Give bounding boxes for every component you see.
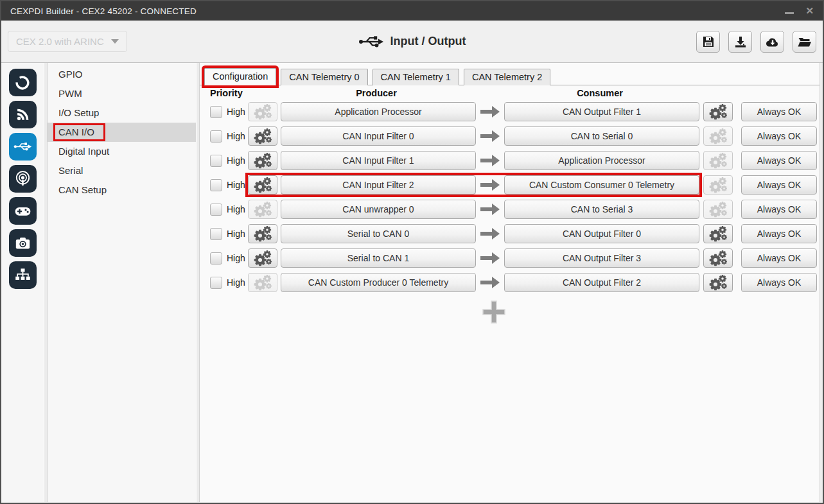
consumer-button[interactable]: CAN Custom Consumer 0 Telemetry <box>504 175 699 195</box>
device-profile-dropdown[interactable]: CEX 2.0 with ARINC <box>8 31 127 52</box>
main-panel: ConfigurationCAN Telemetry 0CAN Telemetr… <box>200 63 820 502</box>
titlebar: CEXPDI Builder - CEX2 45202 - CONNECTED … <box>1 1 823 21</box>
nav-item-pwm[interactable]: PWM <box>48 84 196 103</box>
nav-item-label: CAN Setup <box>58 184 107 195</box>
consumer-button[interactable]: CAN Output Filter 2 <box>504 273 699 292</box>
save-button[interactable] <box>696 31 720 53</box>
producer-settings-button[interactable] <box>248 151 277 170</box>
row-route-highlighted: CAN Input Filter 2CAN Custom Consumer 0 … <box>248 175 699 195</box>
gears-icon <box>708 176 728 194</box>
consumer-button[interactable]: CAN to Serial 3 <box>504 200 699 219</box>
consumer-button[interactable]: CAN Output Filter 1 <box>504 102 699 121</box>
producer-button[interactable]: Application Processor <box>281 102 476 121</box>
consumer-settings-button[interactable] <box>703 102 733 121</box>
producer-button[interactable]: CAN unwrapper 0 <box>281 200 476 219</box>
producer-settings-button[interactable] <box>248 224 277 243</box>
gears-icon <box>253 249 272 267</box>
producer-settings-button[interactable] <box>248 126 277 146</box>
rail-button-rss[interactable] <box>9 101 37 128</box>
nav-panel: GPIOPWMI/O SetupCAN I/ODigital InputSeri… <box>48 63 196 502</box>
priority-checkbox[interactable] <box>210 252 222 265</box>
producer-button[interactable]: CAN Custom Producer 0 Telemetry <box>281 273 476 292</box>
producer-settings-button[interactable] <box>248 200 277 219</box>
producer-button[interactable]: CAN Input Filter 2 <box>281 175 476 195</box>
priority-checkbox[interactable] <box>210 106 222 118</box>
consumer-settings-button[interactable] <box>703 273 733 292</box>
nav-item-gpio[interactable]: GPIO <box>48 65 196 84</box>
priority-checkbox[interactable] <box>210 204 222 216</box>
condition-button[interactable]: Always OK <box>741 248 817 268</box>
open-button[interactable] <box>793 31 816 53</box>
producer-settings-button[interactable] <box>248 248 277 268</box>
gears-icon <box>253 127 272 145</box>
export-button[interactable] <box>728 31 752 53</box>
row-route: CAN Input Filter 1Application Processor <box>248 151 699 170</box>
nav-item-i-o-setup[interactable]: I/O Setup <box>48 103 196 123</box>
consumer-settings-button[interactable] <box>703 126 733 146</box>
table-row: HighCAN Input Filter 0CAN to Serial 0Alw… <box>210 126 820 146</box>
consumer-button[interactable]: CAN Output Filter 3 <box>504 248 699 268</box>
rail-button-sitemap[interactable] <box>9 261 37 289</box>
consumer-settings-button[interactable] <box>703 200 733 219</box>
priority-checkbox[interactable] <box>210 179 222 191</box>
condition-button[interactable]: Always OK <box>741 175 817 195</box>
condition-button[interactable]: Always OK <box>741 102 817 121</box>
nav-item-can-setup[interactable]: CAN Setup <box>48 180 196 200</box>
download-icon <box>733 35 748 49</box>
nav-item-serial[interactable]: Serial <box>48 161 196 180</box>
io-mapping-table: HighApplication ProcessorCAN Output Filt… <box>204 102 820 292</box>
device-profile-value: CEX 2.0 with ARINC <box>16 36 104 47</box>
condition-button[interactable]: Always OK <box>741 224 817 243</box>
condition-button[interactable]: Always OK <box>741 151 817 170</box>
tab-can-telemetry-1[interactable]: CAN Telemetry 1 <box>373 69 459 85</box>
priority-checkbox[interactable] <box>210 155 222 167</box>
arrow-right-icon <box>480 273 500 292</box>
rail-button-power[interactable] <box>9 69 37 96</box>
producer-settings-button[interactable] <box>248 102 277 121</box>
column-header-consumer: Consumer <box>502 88 697 98</box>
tab-configuration[interactable]: Configuration <box>204 68 276 85</box>
minimize-button[interactable] <box>785 5 794 17</box>
rail-button-usb[interactable] <box>9 133 37 161</box>
rss-icon <box>15 107 31 123</box>
consumer-button[interactable]: CAN Output Filter 0 <box>504 224 699 243</box>
consumer-button[interactable]: Application Processor <box>504 151 699 170</box>
nav-item-digital-input[interactable]: Digital Input <box>48 142 196 161</box>
rail-button-podcast[interactable] <box>9 165 37 193</box>
close-button[interactable]: ✕ <box>805 5 814 17</box>
gears-icon <box>253 225 272 243</box>
priority-checkbox[interactable] <box>210 228 222 240</box>
consumer-settings-button[interactable] <box>703 248 733 268</box>
priority-label: High <box>227 204 248 214</box>
nav-item-can-i-o[interactable]: CAN I/O <box>48 123 196 142</box>
priority-checkbox[interactable] <box>210 130 222 143</box>
condition-button[interactable]: Always OK <box>741 273 817 292</box>
tab-can-telemetry-2[interactable]: CAN Telemetry 2 <box>464 69 550 85</box>
producer-settings-button[interactable] <box>248 175 277 195</box>
consumer-settings-button[interactable] <box>703 175 733 195</box>
condition-button[interactable]: Always OK <box>741 200 817 219</box>
producer-button[interactable]: Serial to CAN 0 <box>281 224 476 243</box>
tab-can-telemetry-0[interactable]: CAN Telemetry 0 <box>281 69 367 85</box>
row-route: CAN unwrapper 0CAN to Serial 3 <box>248 200 699 219</box>
rail-button-gamepad[interactable] <box>9 197 37 225</box>
cloud-download-button[interactable] <box>760 31 784 53</box>
consumer-settings-button[interactable] <box>703 151 733 170</box>
right-gutter <box>820 63 823 502</box>
table-row: HighSerial to CAN 0CAN Output Filter 0Al… <box>210 224 820 243</box>
table-row: HighCAN Input Filter 1Application Proces… <box>210 151 820 170</box>
producer-settings-button[interactable] <box>248 273 277 292</box>
producer-button[interactable]: Serial to CAN 1 <box>281 248 476 268</box>
podcast-icon <box>14 170 31 187</box>
consumer-settings-button[interactable] <box>703 224 733 243</box>
rail-button-camera[interactable] <box>9 229 37 257</box>
arrow-right-icon <box>480 151 500 170</box>
table-row: HighCAN unwrapper 0CAN to Serial 3Always… <box>210 200 820 219</box>
producer-button[interactable]: CAN Input Filter 0 <box>281 126 476 146</box>
add-mapping-button[interactable] <box>480 299 507 326</box>
condition-button[interactable]: Always OK <box>741 126 817 146</box>
consumer-button[interactable]: CAN to Serial 0 <box>504 126 699 146</box>
producer-button[interactable]: CAN Input Filter 1 <box>281 151 476 170</box>
camera-icon <box>14 234 31 252</box>
priority-checkbox[interactable] <box>210 277 222 289</box>
